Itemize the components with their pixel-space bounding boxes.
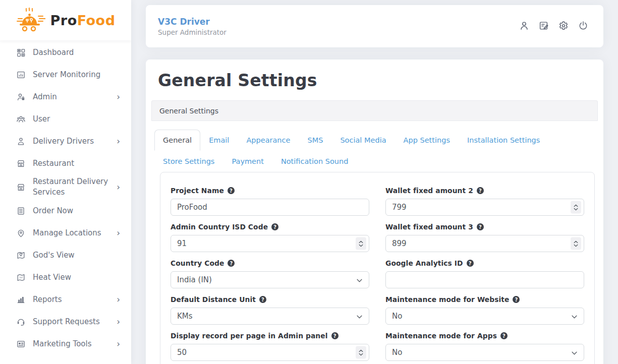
field-records-per-page: Display record per page in Admin panel? bbox=[171, 332, 369, 361]
sidebar-item-dashboard[interactable]: Dashboard bbox=[0, 41, 131, 64]
main-area: V3C Driver Super Administrator General bbox=[131, 0, 618, 364]
distance-unit-select[interactable]: KMs bbox=[171, 308, 369, 325]
chevron-right-icon: › bbox=[117, 318, 120, 326]
project-name-input[interactable] bbox=[171, 199, 369, 216]
field-label: Country Code? bbox=[171, 259, 369, 267]
sidebar-item-label: Restaurant Delivery Services bbox=[33, 176, 117, 198]
field-label: Wallet fixed amount 2? bbox=[385, 187, 584, 195]
headset-icon bbox=[16, 317, 26, 327]
sidebar-item-label: God's View bbox=[33, 250, 121, 261]
field-label: Project Name? bbox=[171, 187, 369, 195]
tab-store-settings[interactable]: Store Settings bbox=[154, 151, 223, 172]
sidebar-item-label: Delivery Drivers bbox=[33, 136, 117, 147]
admin-isd-code-input[interactable] bbox=[171, 235, 369, 252]
app-root: ProFood Dashboard Server Monitoring Admi… bbox=[0, 0, 618, 364]
admin-identity: V3C Driver Super Administrator bbox=[158, 17, 227, 36]
question-circle-icon: ? bbox=[228, 260, 235, 267]
card-header: General Settings bbox=[151, 100, 598, 121]
field-country-code: Country Code? India (IN) bbox=[171, 259, 369, 288]
sidebar-item-label: Reports bbox=[33, 294, 117, 305]
records-per-page-input[interactable] bbox=[171, 344, 369, 361]
order-list-icon bbox=[16, 206, 26, 216]
sidebar-item-heat-view[interactable]: Heat View bbox=[0, 266, 131, 288]
tab-installation-settings[interactable]: Installation Settings bbox=[459, 130, 548, 151]
topbar-actions bbox=[518, 20, 589, 32]
tab-social-media[interactable]: Social Media bbox=[331, 130, 395, 151]
tab-payment[interactable]: Payment bbox=[223, 151, 272, 172]
driver-person-icon bbox=[16, 136, 26, 146]
field-default-distance-unit: Default Distance Unit? KMs bbox=[171, 295, 369, 325]
sidebar-item-label: User bbox=[33, 114, 121, 125]
brand-logo[interactable]: ProFood bbox=[0, 0, 131, 40]
sidebar-item-reports[interactable]: Reports › bbox=[0, 288, 131, 311]
map-pin-icon bbox=[16, 250, 26, 260]
sidebar-item-restaurant[interactable]: Restaurant bbox=[0, 152, 131, 174]
field-label: Wallet fixed amount 3? bbox=[385, 223, 584, 231]
chevron-right-icon: › bbox=[117, 229, 120, 237]
sidebar-item-server-monitoring[interactable]: Server Monitoring bbox=[0, 64, 131, 86]
field-label: Display record per page in Admin panel? bbox=[171, 332, 369, 340]
chevron-down-icon bbox=[572, 348, 577, 357]
wallet-amount-2-input[interactable] bbox=[385, 199, 584, 216]
sidebar-item-support-requests[interactable]: Support Requests › bbox=[0, 311, 131, 333]
tab-email[interactable]: Email bbox=[200, 130, 238, 151]
tab-notification-sound[interactable]: Notification Sound bbox=[272, 151, 357, 172]
field-label: Maintenance mode for Apps? bbox=[385, 332, 584, 340]
question-circle-icon: ? bbox=[477, 187, 484, 194]
edit-form-icon bbox=[538, 20, 549, 33]
question-circle-icon: ? bbox=[513, 296, 520, 303]
settings-card: General Settings General Settings Genera… bbox=[146, 59, 603, 364]
logout-button[interactable] bbox=[577, 20, 589, 32]
edit-profile-button[interactable] bbox=[538, 20, 550, 32]
field-maintenance-mode-apps: Maintenance mode for Apps? No bbox=[385, 332, 584, 361]
users-group-icon bbox=[16, 114, 26, 124]
field-wallet-fixed-amount-3: Wallet fixed amount 3? bbox=[385, 223, 584, 252]
sidebar-item-manage-locations[interactable]: Manage Locations › bbox=[0, 222, 131, 244]
sidebar-item-delivery-drivers[interactable]: Delivery Drivers › bbox=[0, 130, 131, 152]
sidebar-item-label: Order Now bbox=[33, 206, 121, 216]
question-circle-icon: ? bbox=[500, 332, 508, 339]
country-code-select[interactable]: India (IN) bbox=[171, 271, 369, 288]
maintenance-apps-select[interactable]: No bbox=[385, 344, 584, 361]
sidebar-item-marketing-tools[interactable]: Marketing Tools › bbox=[0, 333, 131, 355]
number-spinner[interactable] bbox=[571, 237, 581, 250]
chevron-right-icon: › bbox=[117, 137, 120, 146]
google-analytics-id-input[interactable] bbox=[385, 271, 584, 288]
field-label: Default Distance Unit? bbox=[171, 295, 369, 304]
question-circle-icon: ? bbox=[467, 260, 474, 267]
field-label: Google Analytics ID? bbox=[385, 259, 584, 267]
sidebar-item-label: Support Requests bbox=[33, 317, 117, 327]
sidebar-item-order-now[interactable]: Order Now bbox=[0, 200, 131, 222]
chevron-right-icon: › bbox=[117, 93, 120, 101]
field-label: Maintenance mode for Website? bbox=[385, 295, 584, 304]
field-wallet-fixed-amount-2: Wallet fixed amount 2? bbox=[385, 187, 584, 216]
admin-lock-icon bbox=[16, 92, 26, 102]
settings-button[interactable] bbox=[557, 20, 570, 32]
power-icon bbox=[578, 20, 589, 33]
number-spinner[interactable] bbox=[356, 346, 366, 359]
sidebar-item-admin[interactable]: Admin › bbox=[0, 86, 131, 108]
form-column-right: Wallet fixed amount 2? Wallet fixed amou… bbox=[385, 187, 584, 364]
sidebar-item-user[interactable]: User bbox=[0, 108, 131, 130]
field-project-name: Project Name? bbox=[171, 187, 369, 216]
profile-button[interactable] bbox=[518, 20, 530, 32]
tab-general[interactable]: General bbox=[154, 130, 200, 151]
tab-sms[interactable]: SMS bbox=[299, 130, 331, 151]
number-spinner[interactable] bbox=[356, 237, 366, 250]
general-settings-form: Project Name? Admin Country ISD Code? bbox=[160, 172, 595, 364]
number-spinner[interactable] bbox=[571, 201, 581, 214]
settings-tabs: General Email Appearance SMS Social Medi… bbox=[146, 121, 603, 172]
bar-chart-icon bbox=[16, 294, 26, 305]
tab-appearance[interactable]: Appearance bbox=[238, 130, 299, 151]
sidebar-item-gods-view[interactable]: God's View bbox=[0, 244, 131, 266]
field-label: Admin Country ISD Code? bbox=[171, 223, 369, 231]
field-maintenance-mode-website: Maintenance mode for Website? No bbox=[385, 295, 584, 325]
wallet-amount-3-input[interactable] bbox=[385, 235, 584, 252]
maintenance-website-select[interactable]: No bbox=[385, 308, 584, 325]
page-title: General Settings bbox=[146, 71, 603, 100]
sidebar-item-restaurant-delivery-services[interactable]: Restaurant Delivery Services › bbox=[0, 174, 131, 200]
tab-app-settings[interactable]: App Settings bbox=[395, 130, 459, 151]
sidebar: ProFood Dashboard Server Monitoring Admi… bbox=[0, 0, 131, 364]
dashboard-icon bbox=[16, 47, 26, 57]
storefront-icon bbox=[16, 158, 26, 168]
